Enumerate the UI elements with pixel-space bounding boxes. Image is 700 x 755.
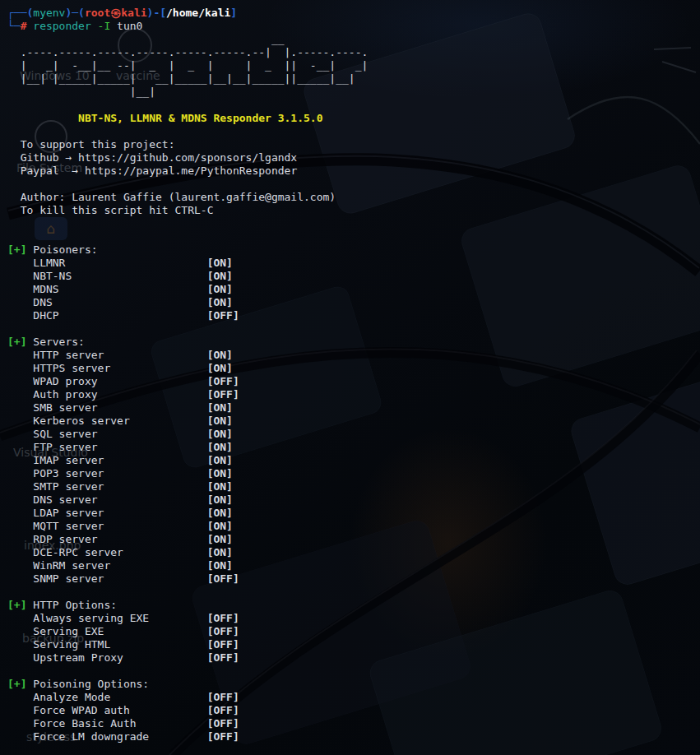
status-badge: [OFF] — [207, 691, 239, 703]
terminal-output[interactable]: ┌──(myenv)─(root㉿kali)-[/home/kali] └─# … — [0, 0, 700, 755]
config-name: Analyze Mode — [7, 691, 207, 703]
shell-prompt-line: ┌──(myenv)─(root㉿kali)-[/home/kali] — [7, 7, 700, 20]
info-line: Paypal → https://paypal.me/PythonRespond… — [7, 164, 700, 178]
config-name: SMTP server — [7, 480, 207, 493]
status-badge: [ON] — [207, 454, 233, 466]
status-badge: [OFF] — [207, 638, 239, 651]
info-line: To kill this script hit CTRL-C — [7, 204, 700, 217]
config-row: SMTP server [ON] — [7, 480, 700, 493]
status-badge: [ON] — [207, 533, 233, 545]
config-name: HTTPS server — [7, 362, 207, 374]
config-row: HTTP server [ON] — [7, 349, 700, 362]
config-row: Auth proxy [OFF] — [7, 388, 700, 401]
config-row: Always serving EXE [OFF] — [7, 612, 700, 625]
status-badge: [ON] — [207, 296, 233, 308]
config-name: MQTT server — [7, 520, 207, 532]
status-badge: [OFF] — [207, 375, 239, 387]
status-badge: [OFF] — [207, 572, 239, 585]
config-name: LLMNR — [7, 257, 207, 269]
config-row: Upstream Proxy [OFF] — [7, 651, 700, 665]
status-badge: [ON] — [207, 362, 233, 374]
status-badge: [OFF] — [207, 651, 239, 664]
config-name: SNMP server — [7, 572, 207, 585]
text-segment: /home/kali — [166, 7, 230, 19]
config-name: Serving HTML — [7, 638, 207, 651]
config-row: MDNS [ON] — [7, 283, 700, 296]
section-header: [+] Poisoning Options: — [7, 678, 700, 691]
status-badge: [ON] — [207, 441, 233, 453]
config-name: WinRM server — [7, 559, 207, 572]
config-row: DHCP [OFF] — [7, 309, 700, 322]
status-badge: [ON] — [207, 559, 233, 572]
config-row: POP3 server [ON] — [7, 467, 700, 480]
config-row: NBT-NS [ON] — [7, 270, 700, 283]
section-title: Poisoning Options: — [26, 678, 149, 690]
config-name: FTP server — [7, 441, 207, 453]
section-http-options: [+] HTTP Options: Always serving EXE [OF… — [7, 599, 700, 665]
config-row: Serving HTML [OFF] — [7, 638, 700, 651]
text-segment: Author: Laurent Gaffie (laurent.gaffie@g… — [7, 191, 336, 203]
config-row: DCE-RPC server [ON] — [7, 546, 700, 559]
status-badge: [ON] — [207, 507, 233, 519]
config-sections: [+] Poisoners: LLMNR [ON] NBT-NS [ON] MD… — [7, 243, 700, 743]
text-segment: responder — [33, 20, 90, 32]
config-row: HTTPS server [ON] — [7, 362, 700, 375]
config-row: Force WPAD auth [OFF] — [7, 704, 700, 717]
text-segment: ] — [230, 7, 237, 19]
text-segment: )-[ — [147, 7, 166, 19]
project-info-block: To support this project: Github → https:… — [7, 138, 700, 217]
config-name: DNS server — [7, 493, 207, 506]
config-name: Serving EXE — [7, 625, 207, 637]
plus-marker-icon: [+] — [7, 599, 26, 611]
section-poisoning-options: [+] Poisoning Options: Analyze Mode [OFF… — [7, 678, 700, 743]
text-segment — [91, 20, 98, 32]
info-line: Author: Laurent Gaffie (laurent.gaffie@g… — [7, 191, 700, 204]
config-row: MQTT server [ON] — [7, 520, 700, 533]
config-name: DNS — [7, 296, 207, 308]
status-badge: [OFF] — [207, 612, 239, 624]
status-badge: [OFF] — [207, 730, 239, 743]
text-segment: Github → — [7, 151, 78, 164]
section-poisoners: [+] Poisoners: LLMNR [ON] NBT-NS [ON] MD… — [7, 243, 700, 322]
section-title: HTTP Options: — [26, 599, 117, 611]
config-name: IMAP server — [7, 454, 207, 466]
config-row: LDAP server [ON] — [7, 507, 700, 520]
config-row: SNMP server [OFF] — [7, 572, 700, 586]
shell-command-line: └─# responder -I tun0 — [7, 20, 700, 33]
config-row: WPAD proxy [OFF] — [7, 375, 700, 388]
config-name: SMB server — [7, 401, 207, 414]
text-segment: tun0 — [110, 20, 142, 32]
config-name: SQL server — [7, 428, 207, 440]
github-sponsors-url[interactable]: https://github.com/sponsors/lgandx — [78, 151, 297, 164]
section-servers: [+] Servers: HTTP server [ON] HTTPS serv… — [7, 336, 700, 586]
text-segment: root㉿kali — [85, 7, 147, 19]
section-header: [+] Servers: — [7, 336, 700, 349]
config-row: Analyze Mode [OFF] — [7, 691, 700, 704]
config-name: MDNS — [7, 283, 207, 295]
config-row: SQL server [ON] — [7, 428, 700, 441]
status-badge: [OFF] — [207, 625, 239, 637]
paypal-url[interactable]: https://paypal.me/PythonResponder — [85, 164, 297, 177]
plus-marker-icon: [+] — [7, 678, 26, 690]
status-badge: [ON] — [207, 349, 233, 361]
status-badge: [ON] — [207, 257, 233, 269]
text-segment: To support this project: — [7, 138, 175, 151]
config-name: Kerberos server — [7, 415, 207, 427]
config-row: DNS server [ON] — [7, 493, 700, 507]
config-name: LDAP server — [7, 507, 207, 519]
config-row: Serving EXE [OFF] — [7, 625, 700, 638]
info-line: To support this project: — [7, 138, 700, 151]
text-segment: myenv — [33, 7, 65, 19]
config-name: HTTP server — [7, 349, 207, 361]
status-badge: [OFF] — [207, 717, 239, 730]
status-badge: [ON] — [207, 480, 233, 493]
status-badge: [ON] — [207, 546, 233, 558]
config-name: Force LM downgrade — [7, 730, 207, 743]
text-segment: Paypal → — [7, 164, 85, 177]
status-badge: [OFF] — [207, 309, 239, 322]
config-name: POP3 server — [7, 467, 207, 479]
text-segment: To kill this script hit CTRL-C — [7, 204, 213, 216]
text-segment: └─ — [7, 20, 21, 32]
config-row: RDP server [ON] — [7, 533, 700, 546]
config-name: NBT-NS — [7, 270, 207, 282]
